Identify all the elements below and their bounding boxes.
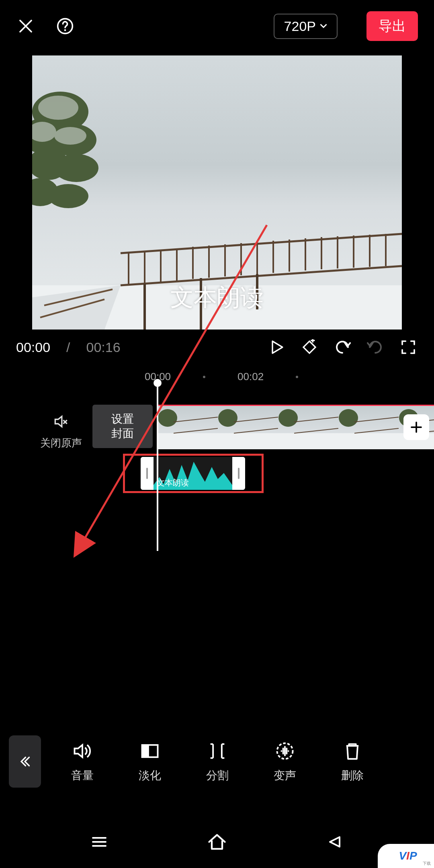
header-bar: 720P 导出: [0, 0, 434, 52]
svg-rect-52: [338, 433, 399, 449]
split-tool[interactable]: 分割: [191, 740, 244, 783]
video-thumbnail[interactable]: [338, 406, 399, 449]
video-thumbnail[interactable]: [158, 406, 218, 449]
svg-line-50: [294, 428, 338, 433]
svg-point-51: [339, 409, 358, 427]
undo-button[interactable]: [333, 338, 352, 357]
preview-overlay-text: 文本朗读: [170, 282, 264, 313]
svg-rect-61: [142, 745, 149, 757]
watermark-sub: 下载: [423, 861, 431, 866]
nav-menu-button[interactable]: [87, 830, 111, 854]
volume-tool[interactable]: 音量: [56, 740, 108, 783]
svg-line-45: [234, 417, 278, 422]
video-preview[interactable]: 文本朗读: [32, 55, 402, 330]
set-cover-button[interactable]: 设置 封面: [92, 405, 153, 448]
clip-handle-right[interactable]: [232, 457, 245, 490]
back-icon: [325, 832, 344, 852]
cover-label-l1: 设置: [111, 412, 134, 426]
svg-line-49: [294, 417, 338, 422]
audio-clip-label: 文本朗读: [157, 477, 189, 488]
watermark-text: VIP: [399, 850, 417, 862]
fade-tool[interactable]: 淡化: [124, 740, 176, 783]
tool-label: 音量: [71, 768, 94, 783]
keyframe-button[interactable]: [300, 338, 319, 357]
timeline-ruler: 00:00 00:02: [0, 365, 434, 389]
export-button[interactable]: 导出: [366, 11, 418, 41]
svg-line-54: [354, 428, 399, 433]
svg-line-53: [354, 417, 399, 422]
svg-point-8: [48, 184, 88, 208]
redo-button[interactable]: [366, 338, 385, 357]
ruler-dot: [296, 376, 298, 378]
fade-icon: [139, 741, 160, 762]
fullscreen-button[interactable]: [399, 338, 418, 357]
fullscreen-icon: [400, 339, 416, 355]
home-icon: [207, 831, 227, 852]
mute-original-audio[interactable]: 关闭原声: [40, 413, 82, 450]
help-button[interactable]: [55, 16, 75, 36]
svg-line-41: [174, 417, 218, 422]
svg-point-1: [64, 29, 66, 31]
voice-change-icon: [274, 741, 295, 762]
close-icon: [17, 18, 34, 35]
add-clip-button[interactable]: [403, 414, 429, 440]
edit-toolbar: 音量 淡化 分割 变声 删除: [0, 727, 434, 796]
watermark: VIP 下载: [378, 844, 434, 868]
clip-handle-left[interactable]: [141, 457, 154, 490]
svg-point-39: [158, 409, 177, 427]
chevron-down-icon: [320, 24, 327, 29]
audio-clip[interactable]: 文本朗读: [141, 457, 245, 490]
ruler-mark: 00:02: [237, 371, 264, 383]
video-track[interactable]: [158, 405, 434, 448]
nav-home-button[interactable]: [205, 830, 229, 854]
playhead[interactable]: [157, 382, 158, 551]
resolution-label: 720P: [284, 18, 316, 34]
mute-label: 关闭原声: [40, 436, 82, 450]
playback-bar: 00:00 / 00:16: [0, 330, 434, 365]
redo-icon: [367, 339, 384, 356]
export-label: 导出: [379, 18, 406, 33]
svg-rect-44: [218, 433, 278, 449]
menu-icon: [90, 832, 109, 852]
tool-label: 删除: [341, 768, 364, 783]
trash-icon: [342, 741, 363, 762]
timeline-area[interactable]: 关闭原声 设置 封面 文本朗读: [0, 405, 434, 594]
video-thumbnail[interactable]: [278, 406, 338, 449]
system-navbar: [0, 816, 434, 868]
chevron-left-double-icon: [18, 754, 32, 769]
svg-rect-48: [278, 433, 338, 449]
play-icon: [268, 339, 285, 355]
delete-tool[interactable]: 删除: [326, 740, 379, 783]
close-button[interactable]: [16, 16, 35, 36]
total-time: 00:16: [86, 340, 121, 355]
tool-label: 分割: [206, 768, 229, 783]
speaker-icon: [52, 413, 70, 430]
preview-scene: 文本朗读: [32, 55, 402, 330]
current-time: 00:00: [16, 340, 50, 355]
nav-back-button[interactable]: [323, 830, 347, 854]
ruler-dot: [203, 376, 205, 378]
volume-icon: [72, 741, 93, 762]
cover-label-l2: 封面: [111, 426, 134, 441]
svg-point-6: [54, 154, 98, 182]
plus-icon: [409, 420, 424, 434]
video-thumbnail[interactable]: [218, 406, 278, 449]
svg-line-46: [234, 428, 278, 433]
svg-point-47: [278, 409, 298, 427]
svg-point-9: [38, 96, 78, 120]
split-icon: [207, 741, 228, 762]
toolbar-back-button[interactable]: [9, 735, 41, 788]
keyframe-icon: [301, 339, 317, 355]
help-icon: [56, 17, 74, 35]
svg-line-42: [174, 428, 218, 433]
tool-label: 淡化: [139, 768, 161, 783]
voice-change-tool[interactable]: 变声: [259, 740, 311, 783]
play-button[interactable]: [267, 338, 286, 357]
undo-icon: [334, 339, 351, 356]
svg-point-43: [218, 409, 237, 427]
svg-rect-40: [158, 433, 218, 449]
tool-label: 变声: [274, 768, 296, 783]
resolution-selector[interactable]: 720P: [274, 14, 338, 39]
time-separator: /: [66, 340, 70, 355]
audio-clip-body[interactable]: 文本朗读: [154, 457, 232, 490]
